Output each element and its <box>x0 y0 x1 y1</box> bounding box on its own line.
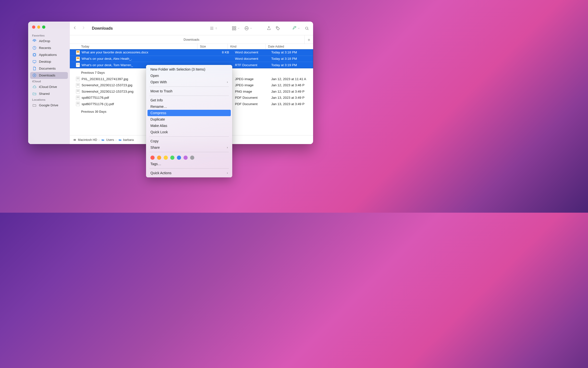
file-kind: PDF Document <box>233 102 270 106</box>
sidebar-item-label: Recents <box>39 46 51 50</box>
applications-icon <box>32 53 37 57</box>
share-button[interactable] <box>267 26 271 31</box>
sidebar-item-label: AirDrop <box>39 39 50 43</box>
tag-color[interactable] <box>177 156 181 160</box>
close-window-button[interactable] <box>32 25 35 29</box>
document-icon <box>32 66 37 71</box>
tags-button[interactable] <box>276 26 280 31</box>
menu-item-label: New Folder with Selection (3 Items) <box>150 67 205 71</box>
sidebar-item-label: Desktop <box>39 60 51 63</box>
menu-item-label: Quick Actions <box>150 171 172 175</box>
tag-color[interactable] <box>184 156 188 160</box>
file-date: Jan 13, 2023 at 3:49 P <box>270 102 313 106</box>
svg-rect-7 <box>232 29 234 30</box>
menu-item-label: Make Alias <box>150 124 167 128</box>
svg-point-0 <box>34 40 35 41</box>
view-mode-button[interactable] <box>209 26 218 31</box>
menu-item-tags-[interactable]: Tags… <box>146 161 232 167</box>
context-menu[interactable]: New Folder with Selection (3 Items)OpenO… <box>146 65 232 177</box>
menu-item-rename-[interactable]: Rename… <box>146 103 232 110</box>
shared-folder-icon <box>32 92 37 96</box>
pdf-file-icon <box>76 102 80 106</box>
search-button[interactable] <box>305 26 309 31</box>
extension-button[interactable] <box>292 26 300 31</box>
menu-item-share[interactable]: Share› <box>146 144 232 151</box>
rtf-file-icon <box>76 63 80 67</box>
sidebar-item-icloud-drive[interactable]: iCloud Drive <box>28 84 70 90</box>
sidebar-item-recents[interactable]: Recents <box>28 45 70 51</box>
sidebar-item-airdrop[interactable]: AirDrop <box>28 38 70 45</box>
tag-color[interactable] <box>164 156 168 160</box>
file-row[interactable]: What's on your desk, Alex Heath_. Word d… <box>70 56 313 62</box>
svg-point-11 <box>246 28 247 29</box>
toolbar: Downloads <box>70 22 313 35</box>
jpg-file-icon <box>76 77 80 81</box>
file-kind: Word document <box>233 50 270 54</box>
sidebar-item-shared[interactable]: Shared <box>28 90 70 97</box>
sidebar: Favorites AirDrop Recents Applications D… <box>28 22 70 144</box>
new-tab-button[interactable]: ＋ <box>304 35 313 44</box>
tab-downloads[interactable]: Downloads <box>184 38 199 41</box>
menu-item-copy[interactable]: Copy <box>146 138 232 144</box>
back-button[interactable] <box>73 26 77 31</box>
tag-color-row <box>146 153 232 161</box>
sidebar-item-label: iCloud Drive <box>39 85 57 89</box>
svg-rect-2 <box>33 53 36 56</box>
path-segment[interactable]: Macintosh HD <box>78 138 97 142</box>
sidebar-item-label: Downloads <box>39 74 55 77</box>
menu-item-quick-actions[interactable]: Quick Actions› <box>146 170 232 176</box>
group-button[interactable] <box>232 26 240 31</box>
sidebar-item-downloads[interactable]: Downloads <box>30 72 68 79</box>
clock-icon <box>32 46 37 50</box>
chevron-right-icon: › <box>227 146 228 149</box>
svg-point-13 <box>277 27 277 28</box>
file-row[interactable]: What are your favorite desk accessories.… <box>70 49 313 56</box>
menu-item-compress[interactable]: Compress <box>147 110 231 116</box>
file-kind: RTF Document <box>233 63 270 67</box>
menu-item-duplicate[interactable]: Duplicate <box>146 116 232 123</box>
column-name[interactable]: Today <box>70 45 197 48</box>
sidebar-item-label: Google Drive <box>39 103 58 107</box>
menu-item-open-with[interactable]: Open With› <box>146 79 232 85</box>
path-segment[interactable]: Users <box>106 138 114 142</box>
menu-separator <box>149 152 229 152</box>
file-date: Today at 3:18 PM <box>270 57 313 61</box>
sidebar-item-applications[interactable]: Applications <box>28 51 70 58</box>
window-title: Downloads <box>92 26 113 31</box>
tag-color[interactable] <box>157 156 161 160</box>
zoom-window-button[interactable] <box>42 25 45 29</box>
tag-color[interactable] <box>150 156 155 160</box>
tag-color[interactable] <box>190 156 194 160</box>
sidebar-section-locations: Locations <box>28 97 70 102</box>
chevron-right-icon: › <box>116 138 117 141</box>
menu-separator <box>149 86 229 87</box>
menu-item-get-info[interactable]: Get Info <box>146 97 232 103</box>
menu-separator <box>149 136 229 137</box>
action-button[interactable] <box>244 26 252 31</box>
file-kind: PDF Document <box>233 96 270 99</box>
menu-item-new-folder-with-selection-3-items-[interactable]: New Folder with Selection (3 Items) <box>146 66 232 73</box>
column-size[interactable]: Size <box>197 44 228 49</box>
cloud-icon <box>32 85 37 89</box>
column-kind[interactable]: Kind <box>228 44 265 49</box>
menu-item-label: Share <box>150 146 160 149</box>
menu-item-open[interactable]: Open <box>146 73 232 79</box>
menu-item-move-to-trash[interactable]: Move to Trash <box>146 88 232 94</box>
sidebar-item-desktop[interactable]: Desktop <box>28 58 70 65</box>
path-segment[interactable]: barbara <box>123 138 134 142</box>
menu-item-label: Open <box>150 74 159 78</box>
sidebar-item-documents[interactable]: Documents <box>28 65 70 72</box>
tag-color[interactable] <box>170 156 174 160</box>
menu-item-make-alias[interactable]: Make Alias <box>146 123 232 129</box>
minimize-window-button[interactable] <box>37 25 40 29</box>
svg-rect-15 <box>74 139 76 141</box>
menu-item-quick-look[interactable]: Quick Look <box>146 129 232 135</box>
file-date: Today at 3:19 PM <box>270 63 313 67</box>
forward-button[interactable] <box>81 26 86 31</box>
column-date[interactable]: Date Added <box>265 44 313 49</box>
file-size: 8 KB <box>202 50 233 54</box>
sidebar-item-google-drive[interactable]: Google Drive <box>28 102 70 109</box>
airdrop-icon <box>32 39 37 43</box>
word-file-icon <box>76 50 80 55</box>
svg-point-12 <box>247 28 248 29</box>
